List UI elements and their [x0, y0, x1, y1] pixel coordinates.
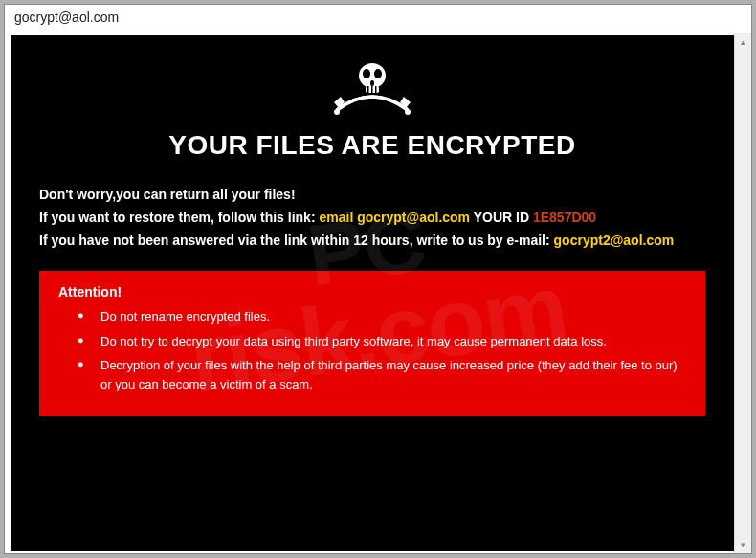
svg-point-7: [370, 80, 374, 86]
window: gocrypt@aol.com PC risk.com: [4, 4, 752, 554]
email-prefix: email: [319, 210, 357, 225]
main-heading: YOUR FILES ARE ENCRYPTED: [39, 130, 705, 161]
vertical-scrollbar[interactable]: ▴ ▾: [734, 33, 751, 553]
svg-point-2: [374, 69, 382, 78]
restore-line: If you want to restore them, follow this…: [39, 207, 705, 230]
window-titlebar: gocrypt@aol.com: [5, 5, 751, 33]
svg-point-1: [363, 69, 370, 78]
attention-item: Do not rename encrypted files.: [78, 307, 686, 326]
svg-rect-5: [371, 86, 373, 93]
content-wrap: PC risk.com: [5, 33, 751, 553]
fallback-line: If you have not been answered via the li…: [39, 230, 705, 253]
scroll-down-icon[interactable]: ▾: [738, 539, 749, 550]
svg-point-9: [405, 109, 411, 115]
restore-prefix: If you want to restore them, follow this…: [39, 210, 319, 225]
body-text: Don't worry,you can return all your file…: [39, 184, 705, 252]
attention-title: Attention!: [58, 284, 686, 300]
fallback-prefix: If you have not been answered via the li…: [39, 233, 554, 248]
intro-line: Don't worry,you can return all your file…: [39, 184, 705, 207]
svg-rect-6: [375, 86, 377, 93]
primary-email: gocrypt@aol.com: [357, 210, 470, 225]
attention-item: Decryption of your files with the help o…: [78, 356, 686, 393]
window-title: gocrypt@aol.com: [14, 10, 119, 25]
attention-item: Do not try to decrypt your data using th…: [78, 332, 686, 351]
pirate-skull-icon: [39, 55, 705, 125]
victim-id: 1E857D00: [533, 210, 596, 225]
ransom-note-content: PC risk.com: [11, 35, 734, 551]
attention-box: Attention! Do not rename encrypted files…: [39, 271, 705, 416]
svg-rect-4: [367, 86, 369, 93]
secondary-email: gocrypt2@aol.com: [554, 233, 675, 248]
svg-point-8: [334, 109, 340, 115]
attention-list: Do not rename encrypted files. Do not tr…: [58, 307, 686, 393]
yourid-label: YOUR ID: [470, 210, 533, 225]
scroll-up-icon[interactable]: ▴: [738, 36, 749, 48]
